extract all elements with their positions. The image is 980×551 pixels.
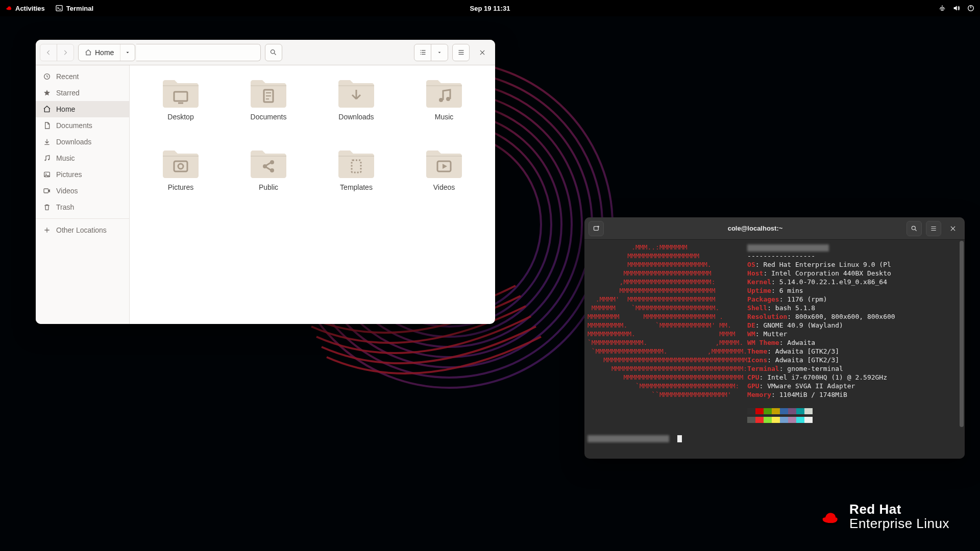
folder-label: Music: [435, 113, 454, 121]
activities-label: Activities: [15, 5, 45, 12]
sidebar-item-label: Downloads: [56, 138, 91, 146]
sidebar-item-recent[interactable]: Recent: [36, 68, 129, 85]
sidebar-item-home[interactable]: Home: [36, 101, 129, 117]
svg-point-29: [912, 226, 915, 230]
svg-point-15: [45, 173, 46, 174]
new-tab-button[interactable]: [589, 221, 604, 236]
sidebar-item-trash[interactable]: Trash: [36, 199, 129, 215]
redhat-logo-icon: [820, 508, 842, 525]
sidebar-item-pictures[interactable]: Pictures: [36, 166, 129, 183]
folder-label: Templates: [340, 183, 373, 191]
down-icon: [43, 138, 51, 146]
folder-documents[interactable]: Documents: [227, 74, 310, 140]
folder-templates[interactable]: Templates: [314, 145, 398, 210]
activities-button[interactable]: Activities: [5, 5, 45, 12]
terminal-headerbar: cole@localhost:~: [584, 217, 965, 240]
folder-label: Public: [259, 183, 278, 191]
view-mode-button[interactable]: [414, 44, 431, 61]
svg-rect-8: [56, 6, 62, 11]
view-options-button[interactable]: [431, 44, 448, 61]
svg-point-25: [270, 168, 274, 172]
path-dropdown-button[interactable]: [120, 50, 135, 55]
folder-downloads[interactable]: Downloads: [314, 74, 398, 140]
chevron-down-icon: [125, 50, 130, 55]
sidebar-item-documents[interactable]: Documents: [36, 117, 129, 134]
sidebar-item-label: Music: [56, 154, 75, 162]
sidebar-item-label: Starred: [56, 89, 80, 97]
search-icon: [911, 225, 918, 232]
menu-icon: [457, 48, 465, 56]
terminal-search-button[interactable]: [906, 221, 922, 236]
folder-grid: Desktop Documents Downloads Music Pictur…: [130, 65, 495, 324]
brand-line2: Enterprise Linux: [849, 517, 949, 531]
list-icon: [419, 48, 427, 56]
sidebar-item-label: Pictures: [56, 170, 82, 179]
folder-label: Desktop: [167, 113, 193, 121]
terminal-close-button[interactable]: [945, 221, 961, 236]
search-icon: [270, 48, 277, 56]
folder-videos[interactable]: Videos: [402, 145, 486, 210]
terminal-scrollbar[interactable]: [959, 240, 965, 459]
menu-icon: [930, 225, 937, 232]
terminal-output[interactable]: .MMM..:MMMMMMM MMMMMMMMMMMMMMMMMM ------…: [584, 240, 959, 459]
close-icon: [949, 225, 957, 232]
redhat-icon: [5, 5, 12, 12]
chevron-left-icon: [45, 49, 52, 56]
chevron-down-icon: [437, 50, 442, 55]
folder-public[interactable]: Public: [227, 145, 310, 210]
search-button[interactable]: [265, 44, 282, 61]
svg-point-13: [48, 159, 50, 160]
nav-back-button[interactable]: [40, 44, 57, 61]
svg-point-12: [44, 160, 46, 161]
focused-app-label: Terminal: [66, 5, 93, 12]
terminal-window: cole@localhost:~ .MMM..:MMMMMMM MMMMMMMM…: [584, 217, 965, 459]
network-icon[interactable]: [938, 4, 946, 12]
home-icon: [43, 105, 51, 113]
focused-app-indicator[interactable]: Terminal: [55, 4, 93, 12]
volume-icon[interactable]: [952, 4, 961, 12]
path-crumb-label: Home: [95, 48, 114, 57]
close-icon: [479, 49, 486, 56]
sidebar-item-videos[interactable]: Videos: [36, 183, 129, 199]
sidebar-item-music[interactable]: Music: [36, 150, 129, 166]
trash-icon: [43, 203, 51, 211]
power-icon[interactable]: [967, 4, 975, 12]
path-bar[interactable]: Home: [78, 44, 135, 61]
new-tab-icon: [593, 224, 600, 232]
folder-label: Videos: [433, 183, 455, 191]
sidebar-item-starred[interactable]: Starred: [36, 85, 129, 101]
chevron-right-icon: [62, 49, 69, 56]
svg-point-24: [270, 160, 274, 164]
clock[interactable]: Sep 19 11:31: [470, 5, 510, 12]
music-icon: [43, 154, 51, 162]
wallpaper-brand: Red Hat Enterprise Linux: [820, 503, 949, 531]
terminal-menu-button[interactable]: [926, 221, 941, 236]
sidebar-item-downloads[interactable]: Downloads: [36, 134, 129, 150]
folder-pictures[interactable]: Pictures: [139, 145, 223, 210]
sidebar-item-label: Videos: [56, 187, 78, 195]
folder-desktop[interactable]: Desktop: [139, 74, 223, 140]
folder-label: Pictures: [168, 183, 194, 191]
svg-rect-16: [44, 189, 48, 193]
folder-label: Documents: [251, 113, 287, 121]
plus-icon: [43, 226, 51, 234]
folder-music[interactable]: Music: [402, 74, 486, 140]
sidebar-item-label: Recent: [56, 72, 79, 81]
brand-line1: Red Hat: [849, 503, 949, 516]
pic-icon: [43, 170, 51, 179]
sidebar-item-label: Documents: [56, 121, 92, 130]
hamburger-menu-button[interactable]: [452, 44, 470, 61]
doc-icon: [43, 121, 51, 130]
home-icon: [85, 49, 92, 56]
clock-icon: [43, 72, 51, 81]
star-icon: [43, 89, 51, 97]
svg-point-10: [271, 50, 275, 54]
nav-forward-button[interactable]: [57, 44, 74, 61]
path-crumb-home[interactable]: Home: [79, 44, 120, 61]
video-icon: [43, 187, 51, 195]
close-button[interactable]: [474, 44, 491, 61]
path-filler: [136, 44, 260, 61]
sidebar-item-label: Home: [56, 105, 75, 113]
sidebar-item-other[interactable]: Other Locations: [36, 222, 129, 238]
files-sidebar: Recent Starred Home Documents Downloads …: [36, 65, 130, 324]
